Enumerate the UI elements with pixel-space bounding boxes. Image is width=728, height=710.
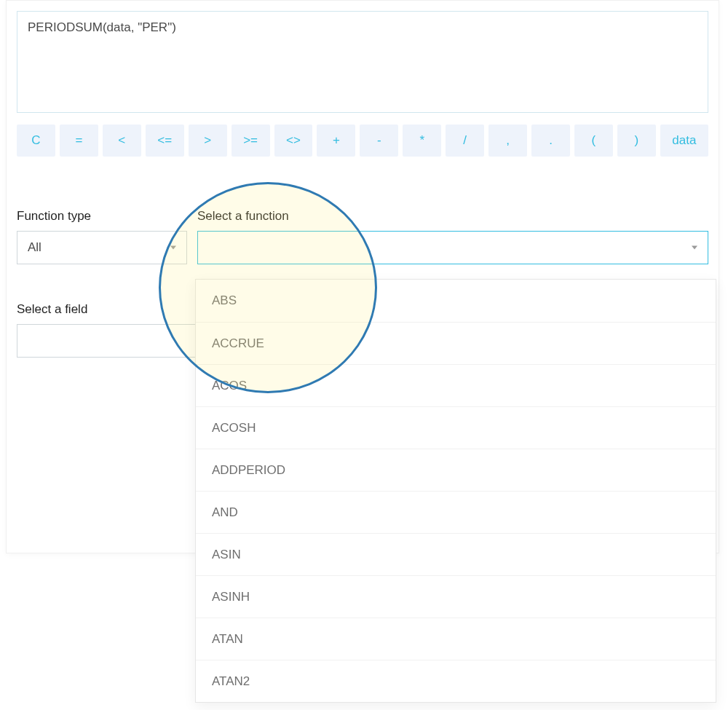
chevron-down-icon xyxy=(692,246,697,250)
operator-button-sym[interactable]: > xyxy=(189,125,227,157)
operator-button-sym[interactable]: ) xyxy=(617,125,656,157)
function-type-value: All xyxy=(28,240,41,255)
operator-button-symsym[interactable]: <= xyxy=(146,125,184,157)
operator-button-sym[interactable]: + xyxy=(317,125,355,157)
operator-button-sym[interactable]: ( xyxy=(574,125,613,157)
formula-input[interactable]: PERIODSUM(data, "PER") xyxy=(17,11,708,113)
function-type-label: Function type xyxy=(17,209,187,224)
operator-button-symsym[interactable]: >= xyxy=(232,125,270,157)
operator-button-sym[interactable]: - xyxy=(360,125,398,157)
select-function-column: Select a function xyxy=(197,209,708,264)
operator-button-sym[interactable]: , xyxy=(488,125,527,157)
operator-button-symsym[interactable]: <> xyxy=(274,125,313,157)
operator-button-sym[interactable]: / xyxy=(446,125,484,157)
select-function-select[interactable] xyxy=(197,231,708,264)
function-option-asin[interactable]: ASIN xyxy=(196,533,716,575)
function-option-atan2[interactable]: ATAN2 xyxy=(196,660,716,702)
operator-button-C[interactable]: C xyxy=(17,125,55,157)
operator-toolbar: C=<<=>>=<>+-*/,.()data xyxy=(17,125,708,157)
chevron-down-icon xyxy=(170,246,176,250)
function-option-addperiod[interactable]: ADDPERIOD xyxy=(196,449,716,491)
function-type-column: Function type All xyxy=(17,209,187,264)
function-option-abs[interactable]: ABS xyxy=(196,280,716,322)
operator-button-sym[interactable]: = xyxy=(60,125,98,157)
function-option-asinh[interactable]: ASINH xyxy=(196,575,716,618)
function-selector-row: Function type All Select a function xyxy=(17,209,708,264)
function-type-select[interactable]: All xyxy=(17,231,187,264)
operator-button-data[interactable]: data xyxy=(660,125,708,157)
operator-button-sym[interactable]: . xyxy=(531,125,570,157)
function-option-accrue[interactable]: ACCRUE xyxy=(196,322,716,364)
operator-button-sym[interactable]: * xyxy=(403,125,441,157)
function-option-and[interactable]: AND xyxy=(196,491,716,533)
function-option-atan[interactable]: ATAN xyxy=(196,618,716,660)
function-dropdown[interactable]: ABSACCRUEACOSACOSHADDPERIODANDASINASINHA… xyxy=(195,279,716,703)
function-option-acosh[interactable]: ACOSH xyxy=(196,406,716,449)
operator-button-sym[interactable]: < xyxy=(103,125,141,157)
function-option-acos[interactable]: ACOS xyxy=(196,364,716,406)
select-function-label: Select a function xyxy=(197,209,708,224)
